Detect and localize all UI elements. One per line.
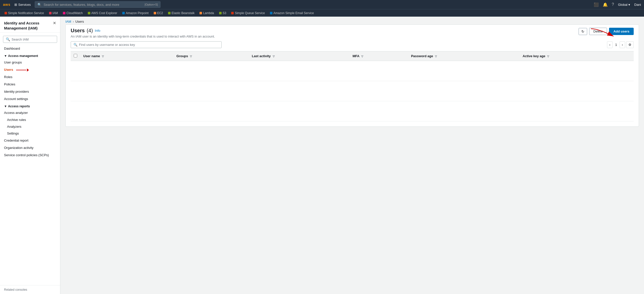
aws-logo-text: aws xyxy=(3,3,10,7)
sidebar-close-button[interactable]: ✕ xyxy=(53,21,56,25)
region-label: Global xyxy=(618,3,628,7)
bookmark-pinpoint[interactable]: Amazon Pinpoint xyxy=(120,11,151,15)
sidebar-search-area: 🔍 xyxy=(0,33,60,45)
sidebar-item-analyzers[interactable]: Analyzers xyxy=(0,123,60,130)
bookmark-cloudwatch[interactable]: CloudWatch xyxy=(61,11,85,15)
bookmark-iam[interactable]: IAM xyxy=(47,11,60,15)
select-all-checkbox[interactable] xyxy=(74,54,77,57)
sidebar-item-access-analyzer[interactable]: Access analyzer xyxy=(0,109,60,116)
global-search-bar[interactable]: 🔍 [Option+S] xyxy=(35,1,160,8)
table-toolbar: 🔍 ‹ 1 › ⚙ xyxy=(71,41,634,48)
page-description: An IAM user is an identity with long-ter… xyxy=(71,35,215,38)
app-layout: Identity and Access Management (IAM) ✕ 🔍… xyxy=(0,17,644,294)
breadcrumb-iam[interactable]: IAM xyxy=(65,20,71,23)
add-users-button[interactable]: Add users xyxy=(609,28,634,35)
region-selector[interactable]: Global ▾ xyxy=(618,3,630,7)
main-content: IAM › Users Users (4) Info An IAM user i… xyxy=(60,17,644,294)
services-menu-button[interactable]: ⊞ Services xyxy=(14,3,31,7)
table-search-icon: 🔍 xyxy=(73,43,77,47)
bookmark-sqs[interactable]: Simple Queue Service xyxy=(229,11,267,15)
table-search-input[interactable] xyxy=(79,43,219,47)
empty-cell-2 xyxy=(71,81,634,101)
breadcrumb-separator: › xyxy=(73,20,74,23)
grid-icon: ⊞ xyxy=(14,3,17,7)
page-title: Users xyxy=(71,28,85,34)
bookmark-dot-eb xyxy=(168,12,171,14)
bookmark-dot-pp xyxy=(122,12,125,14)
empty-row-2 xyxy=(71,81,634,101)
pagination-controls: ‹ 1 › ⚙ xyxy=(607,41,634,48)
sidebar-section-access-management[interactable]: ▼ Access management xyxy=(0,52,60,59)
sidebar-search-box[interactable]: 🔍 xyxy=(3,36,57,43)
bookmark-s3[interactable]: S3 xyxy=(217,11,228,15)
sort-icon-last-activity: ▽ xyxy=(273,55,275,58)
sort-icon-active-key-age: ▽ xyxy=(547,55,549,58)
col-label-last-activity: Last activity xyxy=(252,54,271,58)
chevron-down-icon: ▼ xyxy=(4,105,7,108)
sidebar-item-identity-providers[interactable]: Identity providers xyxy=(0,88,60,95)
table-col-last-activity[interactable]: Last activity ▽ xyxy=(249,51,350,61)
bookmark-lambda[interactable]: Lambda xyxy=(197,11,216,15)
terminal-icon[interactable]: ⬛ xyxy=(594,2,599,7)
chevron-down-icon: ▼ xyxy=(4,54,7,58)
bookmark-dot-sns xyxy=(5,12,7,14)
bookmark-sns[interactable]: Simple Notification Service xyxy=(3,11,46,15)
bookmark-label-lambda: Lambda xyxy=(203,11,214,15)
sidebar-item-dashboard[interactable]: Dashboard xyxy=(0,45,60,52)
sidebar-item-organization-activity[interactable]: Organization activity xyxy=(0,144,60,151)
info-link[interactable]: Info xyxy=(95,29,100,32)
search-shortcut: [Option+S] xyxy=(145,3,158,6)
sort-icon-password-age: ▽ xyxy=(435,55,437,58)
bookmark-dot-cw xyxy=(63,12,65,14)
bookmark-dot-s3 xyxy=(219,12,222,14)
chevron-down-icon: ▾ xyxy=(628,3,630,7)
table-settings-button[interactable]: ⚙ xyxy=(626,41,634,48)
bookmark-elasticbeanstalk[interactable]: Elastic Beanstalk xyxy=(166,11,196,15)
prev-page-button[interactable]: ‹ xyxy=(607,41,613,48)
table-col-active-key-age[interactable]: Active key age ▽ xyxy=(519,51,634,61)
user-menu-button[interactable]: Dani xyxy=(634,3,641,7)
table-search-box[interactable]: 🔍 xyxy=(71,41,222,48)
delete-button[interactable]: Delete xyxy=(589,28,607,35)
sidebar-title: Identity and Access Management (IAM) xyxy=(4,21,53,30)
sidebar-header: Identity and Access Management (IAM) ✕ xyxy=(0,17,60,33)
sidebar-item-settings[interactable]: Settings xyxy=(0,130,60,137)
bookmark-cost-explorer[interactable]: AWS Cost Explorer xyxy=(86,11,119,15)
bookmark-label-sns: Simple Notification Service xyxy=(8,11,44,15)
empty-row-1 xyxy=(71,61,634,81)
bookmarks-bar: Simple Notification Service IAM CloudWat… xyxy=(0,9,644,17)
global-search-input[interactable] xyxy=(44,3,143,7)
breadcrumb: IAM › Users xyxy=(60,17,644,24)
bell-icon[interactable]: 🔔 xyxy=(603,2,608,7)
bookmark-ses[interactable]: Amazon Simple Email Service xyxy=(268,11,316,15)
help-icon[interactable]: ? xyxy=(612,2,614,7)
table-col-username[interactable]: User name ▽ xyxy=(80,51,173,61)
table-col-password-age[interactable]: Password age ▽ xyxy=(408,51,519,61)
sidebar-footer: Related consoles xyxy=(0,285,60,294)
sidebar-item-users[interactable]: Users xyxy=(0,66,60,73)
sidebar-item-scps[interactable]: Service control policies (SCPs) xyxy=(0,151,60,159)
content-title-block: Users (4) Info An IAM user is an identit… xyxy=(71,28,215,38)
aws-logo[interactable]: aws xyxy=(3,3,10,7)
next-page-button[interactable]: › xyxy=(620,41,625,48)
sidebar-item-policies[interactable]: Policies xyxy=(0,81,60,88)
sidebar-item-archive-rules[interactable]: Archive rules xyxy=(0,116,60,123)
sidebar-search-input[interactable] xyxy=(12,38,54,41)
bookmark-label-sqs: Simple Queue Service xyxy=(235,11,265,15)
bookmark-ec2[interactable]: EC2 xyxy=(152,11,165,15)
refresh-button[interactable]: ↻ xyxy=(579,28,587,35)
sidebar-item-roles[interactable]: Roles xyxy=(0,73,60,81)
table-col-groups[interactable]: Groups ▽ xyxy=(173,51,249,61)
search-icon: 🔍 xyxy=(37,3,42,7)
table-col-mfa[interactable]: MFA ▽ xyxy=(350,51,408,61)
breadcrumb-users: Users xyxy=(75,20,84,23)
empty-cell-3 xyxy=(71,101,634,121)
sidebar-item-account-settings[interactable]: Account settings xyxy=(0,95,60,103)
sidebar-item-credential-report[interactable]: Credential report xyxy=(0,137,60,144)
top-navigation: aws ⊞ Services 🔍 [Option+S] ⬛ 🔔 ? Global… xyxy=(0,0,644,9)
sidebar-item-user-groups[interactable]: User groups xyxy=(0,59,60,66)
bookmark-label-pp: Amazon Pinpoint xyxy=(126,11,149,15)
sidebar-section-access-reports[interactable]: ▼ Access reports xyxy=(0,103,60,109)
current-page: 1 xyxy=(614,43,618,47)
sidebar: Identity and Access Management (IAM) ✕ 🔍… xyxy=(0,17,60,294)
